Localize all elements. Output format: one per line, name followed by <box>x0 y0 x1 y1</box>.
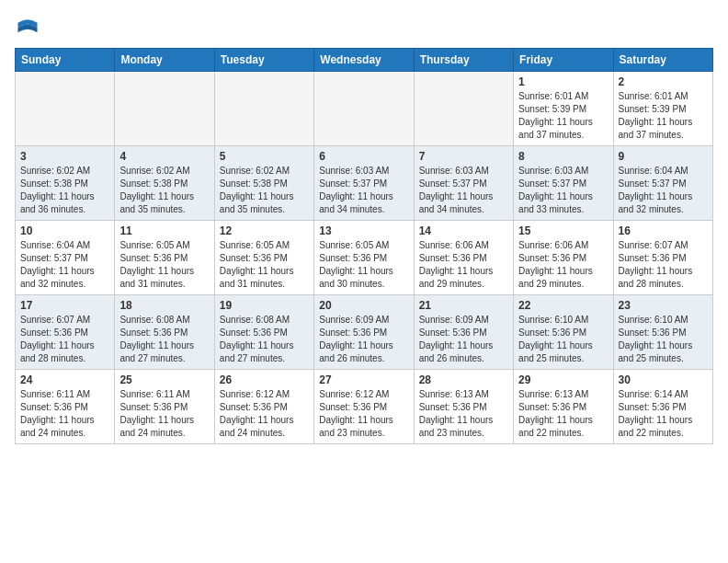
calendar-cell: 25Sunrise: 6:11 AM Sunset: 5:36 PM Dayli… <box>115 370 214 444</box>
day-number: 19 <box>220 299 309 312</box>
day-info: Sunrise: 6:03 AM Sunset: 5:37 PM Dayligh… <box>419 165 508 216</box>
day-number: 30 <box>619 373 708 386</box>
day-number: 3 <box>20 150 109 163</box>
day-info: Sunrise: 6:11 AM Sunset: 5:36 PM Dayligh… <box>20 388 109 440</box>
day-info: Sunrise: 6:02 AM Sunset: 5:38 PM Dayligh… <box>20 165 109 216</box>
calendar-cell <box>115 72 214 146</box>
day-number: 24 <box>20 373 109 386</box>
calendar-cell: 17Sunrise: 6:07 AM Sunset: 5:36 PM Dayli… <box>16 295 115 370</box>
day-number: 29 <box>518 373 608 386</box>
day-number: 6 <box>319 150 408 163</box>
calendar-cell: 9Sunrise: 6:04 AM Sunset: 5:37 PM Daylig… <box>613 146 712 221</box>
calendar-cell: 16Sunrise: 6:07 AM Sunset: 5:36 PM Dayli… <box>613 221 712 295</box>
calendar-cell: 15Sunrise: 6:06 AM Sunset: 5:36 PM Dayli… <box>514 221 613 295</box>
day-info: Sunrise: 6:13 AM Sunset: 5:36 PM Dayligh… <box>518 388 608 440</box>
calendar-cell: 6Sunrise: 6:03 AM Sunset: 5:37 PM Daylig… <box>314 146 414 221</box>
day-info: Sunrise: 6:11 AM Sunset: 5:36 PM Dayligh… <box>119 388 209 440</box>
day-number: 10 <box>20 224 109 237</box>
calendar-week-5: 24Sunrise: 6:11 AM Sunset: 5:36 PM Dayli… <box>16 370 713 444</box>
day-info: Sunrise: 6:13 AM Sunset: 5:36 PM Dayligh… <box>419 388 508 440</box>
calendar-cell: 11Sunrise: 6:05 AM Sunset: 5:36 PM Dayli… <box>115 221 214 295</box>
day-info: Sunrise: 6:08 AM Sunset: 5:36 PM Dayligh… <box>119 314 209 365</box>
day-info: Sunrise: 6:02 AM Sunset: 5:38 PM Dayligh… <box>220 165 309 216</box>
day-number: 17 <box>20 299 109 312</box>
day-info: Sunrise: 6:03 AM Sunset: 5:37 PM Dayligh… <box>319 165 408 216</box>
calendar-week-2: 3Sunrise: 6:02 AM Sunset: 5:38 PM Daylig… <box>16 146 713 221</box>
day-number: 22 <box>518 299 608 312</box>
calendar-cell: 30Sunrise: 6:14 AM Sunset: 5:36 PM Dayli… <box>613 370 712 444</box>
calendar-cell: 2Sunrise: 6:01 AM Sunset: 5:39 PM Daylig… <box>613 72 712 146</box>
calendar-cell: 10Sunrise: 6:04 AM Sunset: 5:37 PM Dayli… <box>16 221 115 295</box>
calendar-week-4: 17Sunrise: 6:07 AM Sunset: 5:36 PM Dayli… <box>16 295 713 370</box>
calendar-cell: 23Sunrise: 6:10 AM Sunset: 5:36 PM Dayli… <box>613 295 712 370</box>
calendar-cell: 7Sunrise: 6:03 AM Sunset: 5:37 PM Daylig… <box>414 146 513 221</box>
day-number: 16 <box>619 224 708 237</box>
day-number: 12 <box>220 224 309 237</box>
day-number: 2 <box>619 75 708 88</box>
day-number: 8 <box>518 150 608 163</box>
day-info: Sunrise: 6:03 AM Sunset: 5:37 PM Dayligh… <box>518 165 608 216</box>
day-number: 26 <box>220 373 309 386</box>
day-number: 28 <box>419 373 508 386</box>
calendar-header-wednesday: Wednesday <box>314 49 414 72</box>
calendar-cell: 14Sunrise: 6:06 AM Sunset: 5:36 PM Dayli… <box>414 221 513 295</box>
day-info: Sunrise: 6:10 AM Sunset: 5:36 PM Dayligh… <box>619 314 708 365</box>
logo-icon <box>15 15 40 40</box>
day-info: Sunrise: 6:07 AM Sunset: 5:36 PM Dayligh… <box>20 314 109 365</box>
day-info: Sunrise: 6:07 AM Sunset: 5:36 PM Dayligh… <box>619 239 708 291</box>
day-number: 1 <box>518 75 608 88</box>
day-number: 20 <box>319 299 408 312</box>
day-number: 21 <box>419 299 508 312</box>
day-info: Sunrise: 6:05 AM Sunset: 5:36 PM Dayligh… <box>220 239 309 291</box>
day-number: 15 <box>518 224 608 237</box>
calendar-cell: 27Sunrise: 6:12 AM Sunset: 5:36 PM Dayli… <box>314 370 414 444</box>
day-number: 13 <box>319 224 408 237</box>
day-number: 23 <box>619 299 708 312</box>
calendar-cell <box>16 72 115 146</box>
calendar-cell: 18Sunrise: 6:08 AM Sunset: 5:36 PM Dayli… <box>115 295 214 370</box>
day-info: Sunrise: 6:12 AM Sunset: 5:36 PM Dayligh… <box>220 388 309 440</box>
calendar-header-sunday: Sunday <box>16 49 115 72</box>
day-number: 5 <box>220 150 309 163</box>
calendar-cell: 4Sunrise: 6:02 AM Sunset: 5:38 PM Daylig… <box>115 146 214 221</box>
day-number: 25 <box>119 373 209 386</box>
day-info: Sunrise: 6:02 AM Sunset: 5:38 PM Dayligh… <box>119 165 209 216</box>
calendar-week-1: 1Sunrise: 6:01 AM Sunset: 5:39 PM Daylig… <box>16 72 713 146</box>
day-info: Sunrise: 6:04 AM Sunset: 5:37 PM Dayligh… <box>20 239 109 291</box>
day-number: 27 <box>319 373 408 386</box>
calendar-cell: 1Sunrise: 6:01 AM Sunset: 5:39 PM Daylig… <box>514 72 613 146</box>
calendar-cell: 12Sunrise: 6:05 AM Sunset: 5:36 PM Dayli… <box>214 221 313 295</box>
calendar-cell: 24Sunrise: 6:11 AM Sunset: 5:36 PM Dayli… <box>16 370 115 444</box>
calendar-week-3: 10Sunrise: 6:04 AM Sunset: 5:37 PM Dayli… <box>16 221 713 295</box>
calendar-header-friday: Friday <box>514 49 613 72</box>
day-info: Sunrise: 6:05 AM Sunset: 5:36 PM Dayligh… <box>119 239 209 291</box>
day-info: Sunrise: 6:14 AM Sunset: 5:36 PM Dayligh… <box>619 388 708 440</box>
day-info: Sunrise: 6:06 AM Sunset: 5:36 PM Dayligh… <box>419 239 508 291</box>
day-number: 9 <box>619 150 708 163</box>
day-info: Sunrise: 6:01 AM Sunset: 5:39 PM Dayligh… <box>619 90 708 142</box>
calendar-header-saturday: Saturday <box>613 49 712 72</box>
calendar-header-tuesday: Tuesday <box>214 49 313 72</box>
calendar-header-monday: Monday <box>115 49 214 72</box>
day-info: Sunrise: 6:08 AM Sunset: 5:36 PM Dayligh… <box>220 314 309 365</box>
calendar-cell: 22Sunrise: 6:10 AM Sunset: 5:36 PM Dayli… <box>514 295 613 370</box>
day-info: Sunrise: 6:10 AM Sunset: 5:36 PM Dayligh… <box>518 314 608 365</box>
calendar-cell: 8Sunrise: 6:03 AM Sunset: 5:37 PM Daylig… <box>514 146 613 221</box>
day-info: Sunrise: 6:09 AM Sunset: 5:36 PM Dayligh… <box>319 314 408 365</box>
day-number: 11 <box>119 224 209 237</box>
calendar-cell: 13Sunrise: 6:05 AM Sunset: 5:36 PM Dayli… <box>314 221 414 295</box>
calendar-cell: 19Sunrise: 6:08 AM Sunset: 5:36 PM Dayli… <box>214 295 313 370</box>
day-number: 18 <box>119 299 209 312</box>
calendar-header-thursday: Thursday <box>414 49 513 72</box>
day-info: Sunrise: 6:05 AM Sunset: 5:36 PM Dayligh… <box>319 239 408 291</box>
calendar-header-row: SundayMondayTuesdayWednesdayThursdayFrid… <box>16 49 713 72</box>
calendar-cell: 21Sunrise: 6:09 AM Sunset: 5:36 PM Dayli… <box>414 295 513 370</box>
calendar-cell: 26Sunrise: 6:12 AM Sunset: 5:36 PM Dayli… <box>214 370 313 444</box>
calendar-cell <box>314 72 414 146</box>
logo <box>15 15 44 40</box>
day-info: Sunrise: 6:09 AM Sunset: 5:36 PM Dayligh… <box>419 314 508 365</box>
day-number: 7 <box>419 150 508 163</box>
day-info: Sunrise: 6:01 AM Sunset: 5:39 PM Dayligh… <box>518 90 608 142</box>
day-info: Sunrise: 6:06 AM Sunset: 5:36 PM Dayligh… <box>518 239 608 291</box>
day-number: 4 <box>119 150 209 163</box>
